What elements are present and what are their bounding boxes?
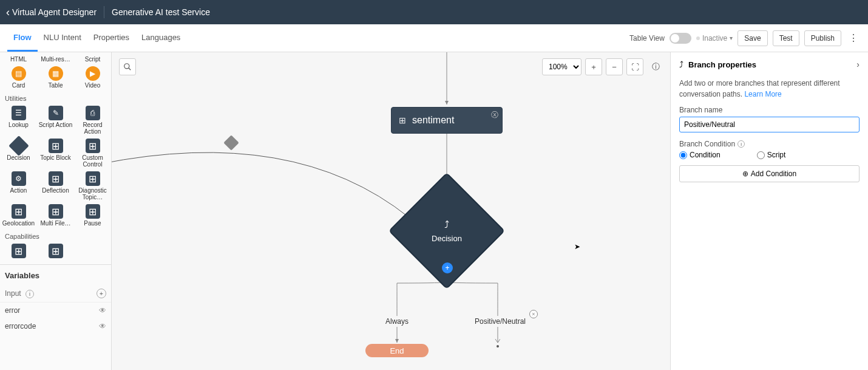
palette-table[interactable]: ▦Table — [38, 65, 73, 90]
grid-icon: ⊞ — [399, 115, 406, 125]
palette-multi-file[interactable]: Multi File… — [38, 203, 73, 228]
palette-custom-control[interactable]: Custom Control — [75, 137, 110, 169]
branch-condition-label: Branch Condition i — [679, 140, 860, 148]
search-icon — [123, 63, 132, 71]
utilities-label: Utilities — [0, 91, 111, 104]
palette-pause[interactable]: Pause — [75, 203, 110, 228]
action-icon: ⚙ — [12, 171, 26, 186]
palette-topic-block[interactable]: Topic Block — [38, 137, 73, 169]
branch-name-label: Branch name — [679, 106, 860, 114]
learn-more-link[interactable]: Learn More — [744, 90, 781, 98]
eye-icon[interactable]: 👁 — [99, 306, 106, 315]
svg-point-0 — [124, 64, 129, 69]
chevron-right-icon[interactable]: › — [856, 60, 860, 69]
record-action-icon: ⎙ — [86, 106, 100, 120]
lookup-icon: ☰ — [12, 106, 26, 120]
branch-icon: ⤴ — [679, 60, 683, 69]
app-title: Virtual Agent Designer — [12, 7, 97, 17]
card-icon: ▤ — [12, 66, 26, 81]
fullscreen-button[interactable]: ⛶ — [626, 58, 643, 75]
palette-decision[interactable]: Decision — [1, 137, 36, 169]
status-dot-icon — [696, 36, 700, 40]
caret-down-icon: ▾ — [730, 35, 733, 41]
tab-languages[interactable]: Languages — [135, 24, 186, 52]
palette-action[interactable]: ⚙Action — [1, 170, 36, 202]
add-branch-button[interactable]: + — [442, 262, 453, 273]
branch-positive-label[interactable]: Positive/Neutral × — [470, 317, 531, 326]
palette-html[interactable]: HTML — [1, 55, 36, 64]
info-icon[interactable]: i — [25, 290, 34, 298]
radio-condition[interactable]: Condition — [679, 151, 721, 159]
palette-deflection[interactable]: Deflection — [38, 170, 73, 202]
cap2-icon — [49, 244, 63, 258]
script-action-icon: ✎ — [49, 106, 63, 120]
tab-properties[interactable]: Properties — [87, 24, 135, 52]
zoom-out-button[interactable]: − — [606, 58, 623, 75]
status-dropdown[interactable]: Inactive ▾ — [696, 34, 733, 43]
palette-geolocation[interactable]: Geolocation — [1, 203, 36, 228]
table-view-label: Table View — [629, 34, 665, 43]
info-icon[interactable]: i — [737, 140, 745, 148]
palette-multi-res[interactable]: Multi-res… — [38, 55, 73, 64]
dragging-decision-node[interactable] — [223, 135, 239, 150]
back-icon[interactable]: ‹ — [6, 6, 10, 19]
table-icon: ▦ — [49, 66, 63, 81]
more-icon[interactable]: ⋮ — [846, 32, 861, 44]
video-icon: ▶ — [86, 66, 100, 81]
node-decision[interactable]: ⤴ Decision — [405, 190, 488, 272]
decision-icon — [8, 135, 29, 156]
zoom-in-button[interactable]: + — [585, 58, 602, 75]
radio-script[interactable]: Script — [757, 151, 786, 159]
test-button[interactable]: Test — [773, 30, 799, 46]
palette-script-action[interactable]: ✎Script Action — [38, 104, 73, 136]
input-label: Input — [5, 289, 21, 298]
multi-file-icon — [49, 204, 63, 219]
capabilities-label: Capabilities — [0, 229, 111, 242]
topic-block-icon — [49, 139, 63, 153]
cap1-icon — [12, 244, 26, 258]
variable-name: error — [5, 306, 20, 315]
panel-description: Add two or more branches that represent … — [679, 78, 860, 100]
palette-lookup[interactable]: ☰Lookup — [1, 104, 36, 136]
add-input-variable-button[interactable]: + — [97, 289, 106, 298]
branch-always-label[interactable]: Always — [379, 317, 415, 326]
variable-name: errorcode — [5, 322, 36, 331]
publish-button[interactable]: Publish — [804, 30, 841, 46]
palette-record-action[interactable]: ⎙Record Action — [75, 104, 110, 136]
add-icon: ⊕ — [742, 170, 748, 178]
save-button[interactable]: Save — [737, 30, 767, 46]
table-view-toggle[interactable] — [670, 33, 691, 44]
node-end[interactable]: End — [365, 344, 429, 357]
palette-card[interactable]: ▤Card — [1, 65, 36, 90]
palette-diagnostic-topic[interactable]: Diagnostic Topic… — [75, 170, 110, 202]
sidebar: HTML Multi-res… Script ▤Card ▦Table ▶Vid… — [0, 52, 112, 370]
branch-name-input[interactable] — [679, 117, 860, 132]
custom-control-icon — [86, 139, 100, 153]
node-sentiment-label: sentiment — [412, 115, 454, 126]
palette-cap-1[interactable] — [1, 242, 36, 261]
variable-error[interactable]: error 👁 — [0, 303, 111, 318]
geolocation-icon — [12, 204, 26, 219]
properties-panel: ⤴ Branch properties › Add two or more br… — [670, 52, 868, 370]
eye-icon[interactable]: 👁 — [99, 322, 106, 331]
node-sentiment[interactable]: ⊞ sentiment ⓧ — [391, 107, 503, 134]
pause-icon — [86, 204, 100, 219]
tab-nlu-intent[interactable]: NLU Intent — [38, 24, 87, 52]
diagnostic-icon — [86, 171, 100, 186]
node-decision-label: Decision — [432, 234, 462, 243]
palette-cap-2[interactable] — [38, 242, 73, 261]
delete-node-icon[interactable]: ⓧ — [491, 110, 498, 120]
canvas-info-button[interactable]: ⓘ — [647, 58, 664, 75]
cursor-icon: ➤ — [574, 242, 580, 251]
variable-errorcode[interactable]: errorcode 👁 — [0, 318, 111, 334]
flow-canvas[interactable]: 100% + − ⛶ ⓘ — [112, 52, 670, 370]
delete-branch-icon[interactable]: × — [529, 310, 538, 318]
branch-icon: ⤴ — [444, 219, 449, 230]
palette-script[interactable]: Script — [75, 55, 110, 64]
svg-line-1 — [129, 68, 131, 70]
zoom-select[interactable]: 100% — [542, 58, 581, 75]
canvas-search-button[interactable] — [119, 58, 136, 75]
tab-flow[interactable]: Flow — [7, 24, 38, 52]
palette-video[interactable]: ▶Video — [75, 65, 110, 90]
add-condition-button[interactable]: ⊕ Add Condition — [679, 165, 860, 182]
